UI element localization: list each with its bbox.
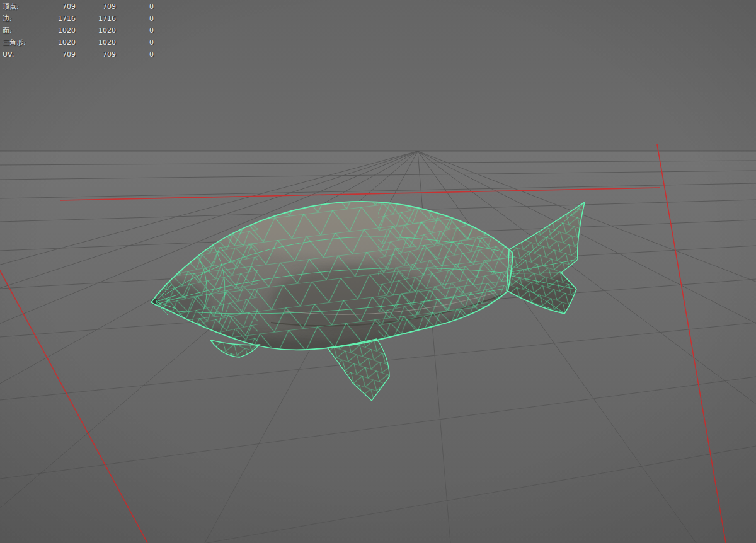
hud-row-faces: 面: 1020 1020 0 <box>3 25 154 37</box>
hud-value: 1716 <box>39 13 76 25</box>
hud-value: 1716 <box>76 13 116 25</box>
hud-label: 三角形: <box>3 37 39 49</box>
hud-value: 1020 <box>76 37 116 49</box>
hud-value: 1020 <box>39 25 76 37</box>
hud-row-edges: 边: 1716 1716 0 <box>3 13 154 25</box>
hud-value: 0 <box>116 25 154 37</box>
hud-label: 边: <box>3 13 39 25</box>
hud-label: 顶点: <box>3 1 39 13</box>
hud-value: 709 <box>39 49 76 60</box>
hud-value: 0 <box>116 49 154 60</box>
viewport-window: 顶点: 709 709 0 边: 1716 1716 0 面: 1020 102… <box>0 0 756 543</box>
hud-value: 709 <box>76 1 116 13</box>
hud-value: 709 <box>39 1 76 13</box>
hud-label: UV: <box>3 49 39 60</box>
hud-label: 面: <box>3 25 39 37</box>
hud-value: 0 <box>116 13 154 25</box>
hud-row-uvs: UV: 709 709 0 <box>3 49 154 60</box>
hud-row-vertices: 顶点: 709 709 0 <box>3 1 154 13</box>
viewport-3d[interactable] <box>0 0 756 543</box>
hud-value: 0 <box>116 37 154 49</box>
hud-row-triangles: 三角形: 1020 1020 0 <box>3 37 154 49</box>
hud-value: 709 <box>76 49 116 60</box>
hud-value: 0 <box>116 1 154 13</box>
hud-value: 1020 <box>76 25 116 37</box>
hud-value: 1020 <box>39 37 76 49</box>
poly-count-hud: 顶点: 709 709 0 边: 1716 1716 0 面: 1020 102… <box>3 1 154 60</box>
